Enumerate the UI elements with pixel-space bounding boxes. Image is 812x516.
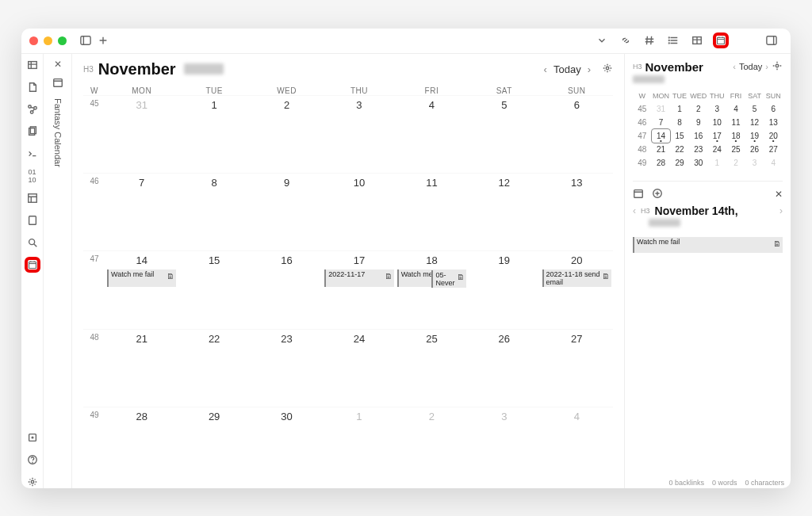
copy-icon[interactable] — [26, 125, 39, 138]
tag-icon[interactable] — [643, 34, 656, 47]
close-day-panel-icon[interactable]: ✕ — [775, 189, 783, 200]
day-cell[interactable]: 9 — [251, 174, 323, 250]
mini-prev-icon[interactable]: ‹ — [733, 62, 736, 71]
mini-day-cell[interactable]: 21 — [652, 143, 671, 156]
calendar-tab-icon[interactable] — [52, 76, 64, 89]
graph-icon[interactable] — [26, 103, 39, 116]
mini-day-cell[interactable]: 2 — [689, 102, 708, 116]
mini-day-cell[interactable]: 7 — [652, 116, 671, 129]
day-cell[interactable]: 30 — [251, 407, 323, 484]
day-cell[interactable]: 22 — [178, 330, 250, 407]
day-cell[interactable]: 10 — [323, 174, 395, 250]
mini-day-cell[interactable]: 1 — [708, 156, 727, 170]
mini-day-cell[interactable]: 3 — [745, 156, 764, 170]
day-cell[interactable]: 19 — [468, 251, 540, 328]
next-month-icon[interactable]: › — [586, 63, 592, 75]
close-window[interactable] — [29, 36, 38, 45]
day-cell[interactable]: 28 — [105, 407, 178, 484]
note-icon[interactable] — [26, 81, 39, 94]
mini-settings-icon[interactable] — [772, 60, 783, 73]
day-cell[interactable]: 5 — [468, 96, 540, 173]
help-icon[interactable] — [26, 453, 39, 466]
calendar-settings-icon[interactable] — [602, 63, 613, 76]
link-icon[interactable] — [619, 34, 632, 47]
outline-icon[interactable] — [667, 34, 680, 47]
day-cell[interactable]: 25 — [396, 330, 468, 407]
mini-day-cell[interactable]: 17 — [708, 129, 727, 143]
mini-today-button[interactable]: Today — [739, 62, 762, 71]
day-cell[interactable]: 21 — [105, 330, 178, 407]
calendar-event[interactable]: 2022-11-18 send email🗎 — [542, 269, 611, 287]
day-event[interactable]: Watch me fail🗎 — [633, 237, 783, 253]
day-cell[interactable]: 14Watch me fail🗎 — [105, 251, 178, 328]
mini-day-cell[interactable]: 4 — [764, 156, 783, 170]
mini-day-cell[interactable]: 30 — [689, 156, 708, 170]
day-cell[interactable]: 16 — [251, 251, 323, 328]
mini-day-cell[interactable]: 9 — [689, 116, 708, 129]
terminal-icon[interactable] — [26, 147, 39, 160]
day-cell[interactable]: 4 — [541, 407, 613, 484]
day-cell[interactable]: 202022-11-18 send email🗎 — [541, 251, 613, 328]
search-icon[interactable] — [26, 236, 39, 249]
minimize-window[interactable] — [44, 36, 52, 45]
mini-day-cell[interactable]: 25 — [726, 143, 745, 156]
day-cell[interactable]: 1 — [323, 407, 395, 484]
calendar-event[interactable]: Watch me fail🗎 — [107, 269, 176, 287]
day-cell[interactable]: 15 — [178, 251, 250, 328]
table-icon[interactable] — [691, 34, 703, 47]
mini-day-cell[interactable]: 22 — [670, 143, 689, 156]
mini-day-cell[interactable]: 1 — [670, 102, 689, 116]
day-cell[interactable]: 12 — [468, 174, 540, 250]
day-cell[interactable]: 4 — [396, 96, 468, 173]
day-cell[interactable]: 1 — [178, 96, 250, 173]
left-sidebar-toggle-icon[interactable] — [79, 34, 92, 47]
mini-next-icon[interactable]: › — [765, 62, 768, 71]
book-icon[interactable] — [26, 214, 39, 227]
day-cell[interactable]: 8 — [178, 174, 250, 250]
maximize-window[interactable] — [58, 36, 67, 45]
table-view-icon[interactable] — [26, 59, 39, 71]
mini-day-cell[interactable]: 28 — [652, 156, 671, 170]
mini-day-cell[interactable]: 14 — [652, 129, 671, 143]
binary-icon[interactable]: 0110 — [26, 170, 39, 182]
mini-day-cell[interactable]: 24 — [708, 143, 727, 156]
day-cell[interactable]: 27 — [541, 330, 613, 407]
day-cell[interactable]: 31 — [105, 96, 178, 173]
layout-icon[interactable] — [26, 192, 39, 204]
mini-day-cell[interactable]: 20 — [764, 129, 783, 143]
right-sidebar-toggle-icon[interactable] — [765, 34, 778, 47]
dropdown-icon[interactable] — [596, 34, 608, 47]
day-cell[interactable]: 2 — [251, 96, 323, 173]
mini-day-cell[interactable]: 13 — [764, 116, 783, 129]
today-button[interactable]: Today — [553, 63, 581, 75]
day-cell[interactable]: 29 — [178, 407, 250, 484]
mini-day-cell[interactable]: 16 — [689, 129, 708, 143]
day-cell[interactable]: 23 — [251, 330, 323, 407]
day-cell[interactable]: 3 — [468, 407, 540, 484]
mini-day-cell[interactable]: 2 — [726, 156, 745, 170]
prev-day-icon[interactable]: ‹ — [633, 205, 636, 216]
mini-day-cell[interactable]: 23 — [689, 143, 708, 156]
mini-day-cell[interactable]: 5 — [745, 102, 764, 116]
calendar-event[interactable]: 2022-11-17🗎 — [324, 269, 393, 287]
mini-day-cell[interactable]: 26 — [745, 143, 764, 156]
mini-day-cell[interactable]: 8 — [670, 116, 689, 129]
day-cell[interactable]: 24 — [323, 330, 395, 407]
day-cell[interactable]: 11 — [396, 174, 468, 250]
mini-day-cell[interactable]: 31 — [652, 102, 671, 116]
calendar-event[interactable]: 05-Never consume…🗎 — [431, 270, 466, 288]
mini-day-cell[interactable]: 12 — [745, 116, 764, 129]
day-cell[interactable]: 18Watch me fail🗎05-Never consume…🗎 — [396, 251, 468, 328]
day-cell[interactable]: 6 — [541, 96, 613, 173]
mini-day-cell[interactable]: 4 — [726, 102, 745, 116]
settings-icon[interactable] — [26, 476, 39, 488]
day-calendar-icon[interactable] — [633, 188, 644, 201]
mini-day-cell[interactable]: 27 — [764, 143, 783, 156]
new-tab-icon[interactable] — [97, 34, 109, 47]
mini-day-cell[interactable]: 29 — [670, 156, 689, 170]
mini-day-cell[interactable]: 3 — [708, 102, 727, 116]
day-cell[interactable]: 172022-11-17🗎 — [323, 251, 395, 328]
fantasy-calendar-icon[interactable] — [26, 258, 39, 271]
mini-day-cell[interactable]: 10 — [708, 116, 727, 129]
mini-day-cell[interactable]: 6 — [764, 102, 783, 116]
